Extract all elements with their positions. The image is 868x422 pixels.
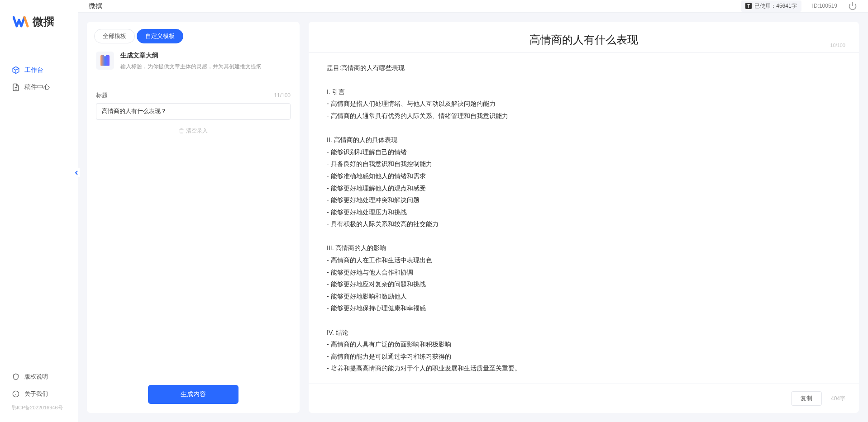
nav-label: 关于我们 <box>24 390 48 398</box>
output-body[interactable]: 题目:高情商的人有哪些表现 I. 引言 - 高情商是指人们处理情绪、与他人互动以… <box>309 53 859 384</box>
input-panel: 全部模板 自定义模板 生成文章大纲 输入标题，为你提供文章主体的灵感，并为其创建… <box>87 22 300 413</box>
content: 全部模板 自定义模板 生成文章大纲 输入标题，为你提供文章主体的灵感，并为其创建… <box>78 13 868 422</box>
usage-label: 已使用： <box>754 2 776 10</box>
nav-label: 稿件中心 <box>24 83 50 91</box>
copy-button[interactable]: 复制 <box>791 391 822 406</box>
tab-custom-templates[interactable]: 自定义模板 <box>137 29 183 43</box>
cube-icon <box>12 66 20 74</box>
generate-button[interactable]: 生成内容 <box>148 385 238 404</box>
tab-all-templates[interactable]: 全部模板 <box>94 29 135 43</box>
title-label: 标题 <box>96 91 108 100</box>
output-footer: 复制 404字 <box>309 384 859 413</box>
page-title: 微撰 <box>89 2 102 10</box>
document-icon <box>12 83 20 91</box>
template-desc: 输入标题，为你提供文章主体的灵感，并为其创建推文提纲 <box>120 62 291 71</box>
sidebar-bottom: 版权说明 关于我们 鄂ICP备2022016946号 <box>0 368 78 422</box>
nav-label: 版权说明 <box>24 373 48 381</box>
shield-icon <box>12 373 20 381</box>
main: 微撰 T 已使用： 45641字 ID:100519 全部模板 自定义模板 <box>78 0 868 422</box>
usage-value: 45641字 <box>776 2 796 10</box>
output-header: 高情商的人有什么表现 10/100 <box>309 22 859 53</box>
template-tabs: 全部模板 自定义模板 <box>87 22 300 43</box>
logo-icon <box>13 14 29 30</box>
nav-about[interactable]: 关于我们 <box>0 385 78 403</box>
output-title-count: 10/100 <box>830 43 845 48</box>
nav-main: 工作台 稿件中心 <box>0 43 78 368</box>
user-id: ID:100519 <box>812 3 837 9</box>
template-icon <box>96 52 114 70</box>
logo[interactable]: 微撰 <box>0 9 78 43</box>
sidebar-collapse[interactable] <box>73 168 80 177</box>
usage-badge[interactable]: T 已使用： 45641字 <box>741 0 801 12</box>
info-icon <box>12 390 20 398</box>
title-input[interactable] <box>96 103 291 120</box>
nav-workspace[interactable]: 工作台 <box>0 62 78 79</box>
nav-label: 工作台 <box>24 66 43 74</box>
output-panel: 高情商的人有什么表现 10/100 题目:高情商的人有哪些表现 I. 引言 - … <box>309 22 859 413</box>
template-title: 生成文章大纲 <box>120 52 291 60</box>
nav-drafts[interactable]: 稿件中心 <box>0 79 78 96</box>
text-icon: T <box>745 3 752 9</box>
title-char-count: 11/100 <box>274 92 291 99</box>
icp-text: 鄂ICP备2022016946号 <box>0 403 78 413</box>
sidebar: 微撰 工作台 稿件中心 版权说明 <box>0 0 78 422</box>
output-word-count: 404字 <box>831 395 845 403</box>
clear-input[interactable]: 清空录入 <box>96 120 291 142</box>
form-section: 标题 11/100 清空录入 <box>87 79 300 376</box>
output-title: 高情商的人有什么表现 <box>327 33 841 47</box>
template-card: 生成文章大纲 输入标题，为你提供文章主体的灵感，并为其创建推文提纲 <box>87 43 300 79</box>
chevron-left-icon <box>75 171 78 175</box>
clear-label: 清空录入 <box>186 127 208 135</box>
trash-icon <box>179 128 184 133</box>
power-icon[interactable] <box>848 1 857 10</box>
logo-text: 微撰 <box>33 14 54 29</box>
topbar: 微撰 T 已使用： 45641字 ID:100519 <box>78 0 868 13</box>
nav-copyright[interactable]: 版权说明 <box>0 368 78 385</box>
